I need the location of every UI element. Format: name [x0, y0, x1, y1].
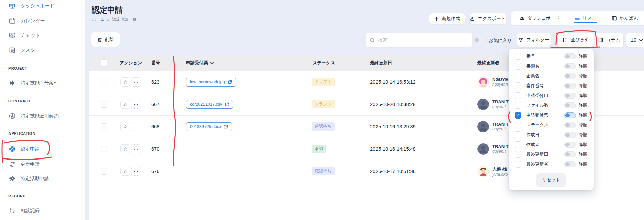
favorite-star-button[interactable]: ☆ — [120, 167, 130, 176]
row-checkbox[interactable] — [101, 168, 107, 175]
row-actions-menu-button[interactable]: ⋯ — [131, 100, 141, 109]
view-switcher: ダッシュボード リスト かんばん カレンダー — [511, 11, 644, 25]
breadcrumb-current: 認定申請一覧 — [112, 17, 136, 22]
sort-checkbox[interactable] — [515, 131, 521, 138]
sort-checkbox[interactable] — [515, 92, 521, 99]
sidebar: ダッシュボード カレンダー チャット タスク PROJECT 特定技能１号案件 … — [0, 0, 85, 220]
sidebar-item-employment-contract[interactable]: 特定技能雇用契約 — [0, 110, 85, 122]
reset-button[interactable]: リセット — [536, 173, 566, 187]
favorites-toggle[interactable] — [474, 37, 486, 43]
kanban-icon — [611, 16, 617, 21]
status-badge: 承認 — [312, 145, 326, 153]
row-checkbox[interactable] — [101, 79, 107, 85]
view-tab-kanban[interactable]: かんばん — [611, 11, 638, 25]
descending-toggle[interactable] — [564, 132, 576, 138]
descending-toggle[interactable] — [564, 112, 576, 118]
sort-checkbox[interactable] — [515, 82, 521, 89]
updated-at-value: 2025-10-20 10:38:28 — [370, 102, 416, 107]
breadcrumb: ホーム » 認定申請一覧 — [92, 17, 136, 22]
sort-option-creator[interactable]: 作成者降順 — [509, 140, 594, 149]
sidebar-item-dashboard[interactable]: ダッシュボード — [0, 0, 85, 12]
sidebar-item-chat[interactable]: チャット — [0, 29, 85, 42]
row-actions-menu-button[interactable]: ⋯ — [131, 144, 141, 153]
sort-option-updated-by[interactable]: 最終更新者降順 — [509, 159, 594, 169]
sort-checkbox[interactable] — [515, 102, 521, 109]
sidebar-item-renewal-application[interactable]: 更新申請 — [0, 158, 85, 170]
descending-toggle[interactable] — [564, 93, 576, 99]
descending-toggle[interactable] — [564, 161, 576, 167]
external-link-icon — [228, 80, 232, 84]
row-actions-menu-button[interactable]: ⋯ — [131, 77, 141, 87]
row-number: 667 — [151, 102, 159, 107]
view-tab-dashboard[interactable]: ダッシュボード — [519, 11, 560, 25]
status-badge: 確認待ち — [312, 167, 335, 175]
column-header-status: ステータス — [313, 55, 335, 71]
sort-option-status[interactable]: ステータス降順 — [509, 120, 594, 130]
row-actions-menu-button[interactable]: ⋯ — [131, 167, 141, 176]
search-input[interactable] — [378, 38, 468, 43]
sort-checkbox[interactable] — [515, 63, 521, 70]
sidebar-item-designated-activities[interactable]: 特定活動申請 — [0, 173, 85, 185]
sort-option-receipt[interactable]: 申請受付票降順 — [509, 110, 594, 120]
row-actions-menu-button[interactable]: ⋯ — [131, 122, 141, 131]
page-size-select[interactable]: 10 — [626, 33, 644, 47]
sidebar-item-label: 特定技能雇用契約 — [21, 113, 59, 119]
sort-checkbox[interactable] — [515, 122, 521, 128]
descending-toggle[interactable] — [564, 142, 576, 148]
file-attachment-chip[interactable]: 001339725.docx — [186, 122, 232, 131]
delete-button[interactable]: 削除 — [91, 32, 120, 47]
sidebar-section-record: RECORD — [8, 194, 26, 198]
descending-toggle[interactable] — [564, 73, 576, 79]
descending-toggle[interactable] — [564, 83, 576, 89]
sidebar-item-calendar[interactable]: カレンダー — [0, 15, 85, 27]
export-button[interactable]: エクスポート — [470, 13, 506, 24]
sidebar-item-tokutei-ginou-1-case[interactable]: 特定技能１号案件 — [0, 77, 85, 89]
sort-option-document-name[interactable]: 書類名降順 — [509, 61, 594, 71]
sidebar-item-label: カレンダー — [21, 18, 45, 24]
sidebar-item-tasks[interactable]: タスク — [0, 44, 85, 56]
sort-option-file-count[interactable]: ファイル数降順 — [509, 100, 594, 110]
descending-toggle[interactable] — [564, 102, 576, 108]
sphere-icon — [9, 146, 16, 152]
row-checkbox[interactable] — [101, 123, 107, 130]
descending-toggle[interactable] — [564, 53, 576, 59]
sidebar-item-certification-application[interactable]: 認定申請 — [0, 143, 85, 155]
columns-button[interactable]: コラム — [595, 33, 623, 47]
sort-checkbox[interactable] — [515, 53, 521, 60]
new-button[interactable]: 新規作成 — [429, 13, 465, 24]
sidebar-item-label: ダッシュボード — [21, 3, 55, 9]
sidebar-section-application: APPLICATION — [8, 131, 35, 136]
sort-checkbox[interactable] — [515, 112, 521, 119]
select-all-checkbox[interactable] — [101, 55, 107, 71]
sort-option-case-number[interactable]: 案件番号降順 — [509, 81, 594, 91]
sort-checkbox[interactable] — [515, 141, 521, 148]
descending-toggle[interactable] — [564, 63, 576, 69]
sort-option-created-date[interactable]: 作成日降順 — [509, 130, 594, 140]
sort-option-updated-at[interactable]: 最終更新日降順 — [509, 149, 594, 159]
view-tab-list[interactable]: リスト — [575, 11, 596, 25]
file-attachment-chip[interactable]: law_homework.jpg — [186, 78, 236, 87]
clover-icon — [9, 80, 16, 87]
sort-option-application-date[interactable]: 申請受付日降順 — [509, 91, 594, 100]
favorite-star-button[interactable]: ☆ — [120, 77, 130, 87]
descending-toggle[interactable] — [564, 151, 576, 157]
column-header-receipt[interactable]: 申請受付票 — [186, 55, 214, 71]
sort-checkbox[interactable] — [515, 151, 521, 158]
row-checkbox[interactable] — [101, 146, 107, 152]
breadcrumb-home-link[interactable]: ホーム — [92, 17, 105, 22]
sort-checkbox[interactable] — [515, 161, 521, 168]
file-attachment-chip[interactable]: cdr20251017.csv — [186, 100, 233, 109]
descending-toggle[interactable] — [564, 122, 576, 128]
row-checkbox[interactable] — [101, 101, 107, 108]
sort-checkbox[interactable] — [515, 73, 521, 79]
sort-option-company-name[interactable]: 企業名降順 — [509, 71, 594, 81]
favorite-star-button[interactable]: ☆ — [120, 122, 130, 131]
filter-button[interactable]: フィルター — [517, 33, 551, 47]
sort-option-number[interactable]: 番号降順 — [509, 51, 594, 61]
sort-button[interactable]: 並び替え — [558, 33, 594, 47]
sidebar-item-consultation-record[interactable]: 相談記録 — [0, 204, 85, 217]
favorite-star-button[interactable]: ☆ — [120, 100, 130, 109]
favorite-star-button[interactable]: ☆ — [120, 144, 130, 153]
user-name: TRAN T — [492, 144, 509, 149]
page-title: 認定申請 — [92, 5, 123, 15]
